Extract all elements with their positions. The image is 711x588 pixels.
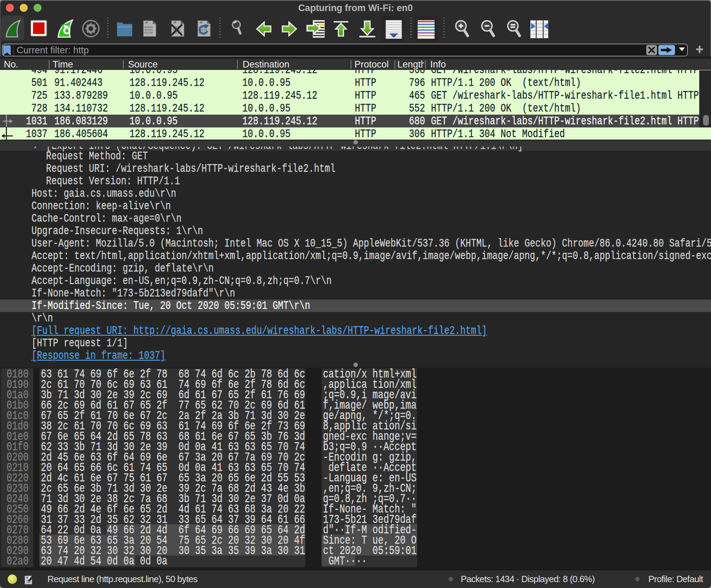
svg-text:01110: 01110	[144, 31, 153, 34]
